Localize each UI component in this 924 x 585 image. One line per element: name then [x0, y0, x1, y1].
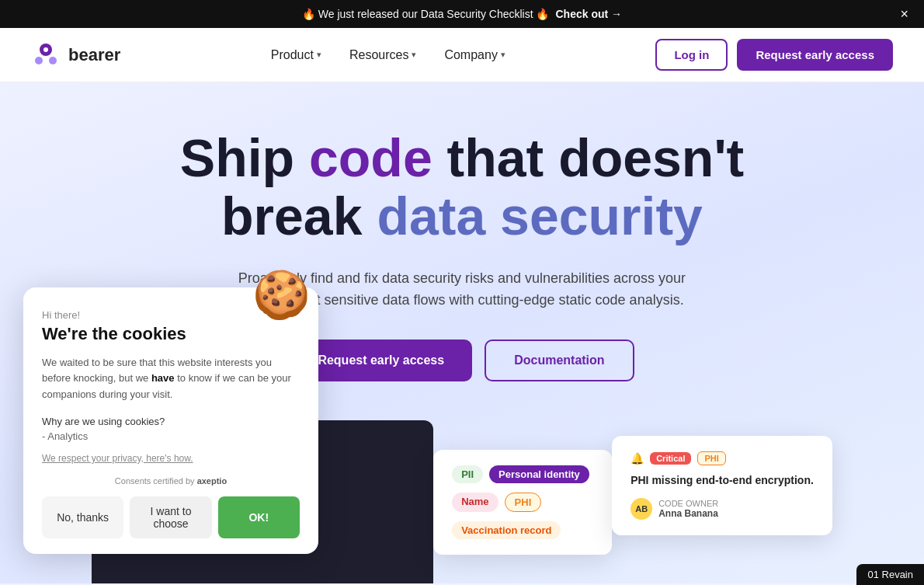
hero-title: Ship code that doesn't break data securi… — [180, 129, 744, 245]
owner-label: CODE OWNER — [658, 499, 718, 508]
hero-title-line2: break data security — [221, 186, 703, 245]
nav-product[interactable]: Product ▾ — [260, 42, 332, 68]
top-banner: 🔥 We just released our Data Security Che… — [0, 0, 924, 28]
tags-row-2: Name PHI — [452, 493, 593, 512]
resources-chevron-icon: ▾ — [412, 50, 416, 60]
bell-icon: 🔔 — [630, 452, 644, 465]
cookie-analytics: - Analytics — [42, 430, 300, 442]
nav-actions: Log in Request early access — [655, 39, 893, 71]
nav-links: Product ▾ Resources ▾ Company ▾ — [260, 42, 516, 68]
owner-name: Anna Banana — [658, 508, 718, 519]
revain-label: 01 Revain — [867, 569, 913, 580]
tags-panel: PII Personal identity Name PHI Vaccinati… — [433, 450, 612, 555]
cookie-illustration: 🍪 — [252, 272, 311, 319]
logo-icon — [31, 40, 61, 70]
tag-personal-identity: Personal identity — [489, 465, 589, 483]
hero-security-highlight: data security — [377, 186, 703, 245]
tag-vaccination: Vaccination record — [452, 521, 561, 539]
nav-resources[interactable]: Resources ▾ — [339, 42, 427, 68]
cookie-privacy-link[interactable]: We respect your privacy, here's how. — [42, 453, 300, 464]
alert-message: PHI missing end-to-end encryption. — [630, 473, 814, 489]
avatar: AB — [630, 498, 652, 520]
banner-text: 🔥 We just released our Data Security Che… — [302, 8, 550, 20]
cookie-choose-button[interactable]: I want to choose — [130, 496, 211, 538]
banner-cta[interactable]: Check out → — [555, 8, 622, 20]
login-button[interactable]: Log in — [655, 39, 728, 71]
hero-docs-button[interactable]: Documentation — [485, 340, 634, 381]
cookie-certified: Consents certified by axeptio — [42, 476, 300, 486]
alert-panel: 🔔 Critical PHI PHI missing end-to-end en… — [612, 436, 832, 535]
cookie-ok-button[interactable]: OK! — [218, 496, 300, 538]
revain-badge: 01 Revain — [856, 564, 924, 583]
company-chevron-icon: ▾ — [501, 50, 505, 60]
svg-point-3 — [43, 47, 48, 52]
cookie-body: We waited to be sure that this website i… — [42, 355, 300, 403]
badge-phi: PHI — [697, 451, 725, 465]
svg-point-2 — [49, 57, 57, 64]
badge-critical: Critical — [650, 452, 691, 465]
nav-company[interactable]: Company ▾ — [433, 42, 516, 68]
alert-header: 🔔 Critical PHI — [630, 451, 814, 465]
hero-code-highlight: code — [309, 128, 432, 187]
cookie-buttons: No, thanks I want to choose OK! — [42, 496, 300, 538]
banner-close-button[interactable]: × — [900, 7, 908, 21]
tag-name: Name — [452, 493, 498, 512]
tags-row-1: PII Personal identity — [452, 465, 593, 483]
owner-info: CODE OWNER Anna Banana — [658, 499, 718, 519]
tag-pii: PII — [452, 465, 483, 483]
logo-text: bearer — [68, 45, 120, 65]
cookie-why-question: Why are we using cookies? — [42, 416, 300, 427]
nav-request-button[interactable]: Request early access — [737, 39, 893, 71]
cookie-bold: have — [151, 372, 175, 384]
svg-point-1 — [35, 57, 43, 64]
cookie-dialog: 🍪 Hi there! We're the cookies We waited … — [23, 287, 318, 554]
hero-title-line1: Ship code that doesn't — [180, 128, 744, 187]
tag-phi: PHI — [505, 493, 542, 512]
product-chevron-icon: ▾ — [317, 50, 321, 60]
alert-owner: AB CODE OWNER Anna Banana — [630, 498, 814, 520]
logo-link[interactable]: bearer — [31, 40, 120, 70]
axeptio-brand: axeptio — [197, 476, 228, 486]
tags-row-3: Vaccination record — [452, 521, 593, 539]
cookie-title: We're the cookies — [42, 324, 300, 344]
navigation: bearer Product ▾ Resources ▾ Company ▾ L… — [0, 28, 924, 82]
cookie-no-button[interactable]: No, thanks — [42, 496, 123, 538]
